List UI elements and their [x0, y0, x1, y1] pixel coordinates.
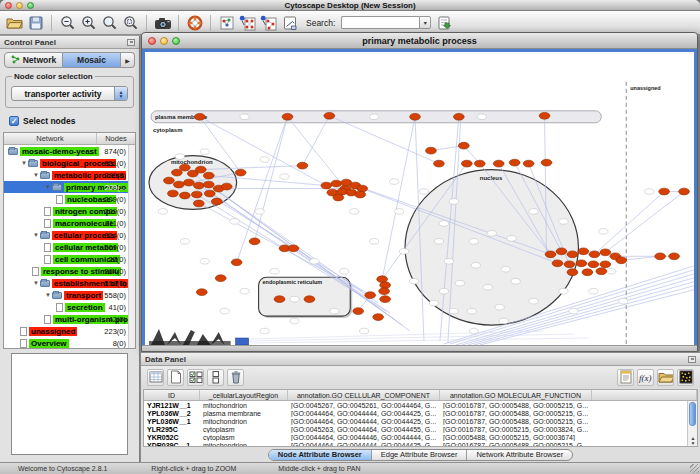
- resize-grip[interactable]: [690, 464, 699, 473]
- table-row-YLR295C[interactable]: YLR295Ccytoplasm[GO:0045263, GO:0044464,…: [144, 425, 697, 433]
- network-canvas[interactable]: plasma membranecytoplasmmitochondrionnuc…: [142, 49, 697, 345]
- tree-row-nucleobase-[interactable]: nucleobase-209(0): [4, 193, 135, 205]
- open-file-icon[interactable]: [5, 13, 24, 32]
- zoom-button[interactable]: [27, 2, 34, 9]
- cell--cellularlayoutregion[interactable]: mitochondrion: [200, 418, 288, 425]
- tab-overflow-arrow[interactable]: ▶: [121, 52, 135, 68]
- blue-node[interactable]: [236, 338, 249, 345]
- select-nodes-checkbox[interactable]: ✓: [9, 116, 19, 126]
- snapshot-icon[interactable]: [153, 13, 172, 32]
- table-scrollbar[interactable]: ▲▼: [687, 401, 697, 446]
- node-color-dropdown[interactable]: transporter activity ▲▼: [11, 86, 128, 101]
- close-button[interactable]: [5, 2, 12, 9]
- save-session-icon[interactable]: [26, 13, 45, 32]
- cell-annotation-go-molecular-function[interactable]: [GO:0016787, GO:0005488, GO:0005215, G..…: [440, 418, 592, 425]
- zoom-selected-icon[interactable]: [121, 13, 140, 32]
- cell-annotation-go-cellular-component[interactable]: [GO:0044464, GO:0044444, GO:0044425, G..…: [288, 410, 440, 417]
- table-row-YJR121W__1[interactable]: YJR121W__1mitochondrion[GO:0045267, GO:0…: [144, 401, 697, 409]
- zoom-in-icon[interactable]: [79, 13, 98, 32]
- minimize-button[interactable]: [16, 2, 23, 9]
- cell--cellularlayoutregion[interactable]: mitochondrion: [200, 442, 288, 447]
- layout-a-icon[interactable]: [238, 13, 257, 32]
- cell-annotation-go-molecular-function[interactable]: [GO:0016787, GO:0005215, GO:0003824, G..…: [440, 426, 592, 433]
- close-button[interactable]: [148, 37, 156, 45]
- table-row-YDR039C__1[interactable]: YDR039C__1mitochondrion[GO:0044464, GO:0…: [144, 441, 697, 446]
- cell-id[interactable]: YKR052C: [144, 434, 200, 441]
- expand-arrow-icon[interactable]: ▼: [44, 292, 52, 298]
- birdseye-view[interactable]: [11, 353, 128, 455]
- table-row-YKR052C[interactable]: YKR052Ccytoplasm[GO:0044464, GO:0044446,…: [144, 433, 697, 441]
- cell-annotation-go-molecular-function[interactable]: [GO:0005488, GO:0005215, GO:0003674]: [440, 434, 592, 441]
- scrollbar-thumb[interactable]: [689, 402, 696, 426]
- tree-row-multi-organism-pro[interactable]: multi-organism pro42(0): [4, 313, 135, 325]
- tree-row-primary-metabo[interactable]: ▼primary metabo209(...: [4, 181, 135, 193]
- layout-b-icon[interactable]: [259, 13, 278, 32]
- cell-id[interactable]: YDR039C__1: [144, 442, 200, 447]
- tree-row-overview[interactable]: Overview8(0): [4, 337, 135, 348]
- import-table-icon[interactable]: [657, 369, 674, 386]
- cell--cellularlayoutregion[interactable]: plasma membrane: [200, 410, 288, 417]
- tree-row-cell-communicat[interactable]: cell communicat22(0): [4, 253, 135, 265]
- zoom-out-icon[interactable]: [58, 13, 77, 32]
- float-panel-icon[interactable]: [127, 39, 135, 46]
- annotation-icon[interactable]: [280, 13, 299, 32]
- overview-icon[interactable]: [217, 13, 236, 32]
- tree-row-macromolecule[interactable]: macromolecule311(0): [4, 217, 135, 229]
- cell-annotation-go-molecular-function[interactable]: [GO:0016787, GO:0005488, GO:0005215, G..…: [440, 442, 592, 447]
- search-dropdown-button[interactable]: ▾: [419, 16, 431, 29]
- cell-id[interactable]: YLR295C: [144, 426, 200, 433]
- function-builder-icon[interactable]: f(x): [637, 369, 654, 386]
- expand-arrow-icon[interactable]: ▼: [32, 232, 40, 238]
- tree-column-nodes[interactable]: Nodes: [97, 133, 135, 144]
- zoom-button[interactable]: [172, 37, 180, 45]
- tree-row-mosaic-demo-yeast[interactable]: mosaic-demo-yeast874(0): [4, 145, 135, 157]
- column-header-0[interactable]: ID: [144, 390, 200, 400]
- unselect-attributes-icon[interactable]: [207, 369, 224, 386]
- tree-row-secretion[interactable]: secretion41(0): [4, 301, 135, 313]
- cell-annotation-go-cellular-component[interactable]: [GO:0045263, GO:0044464, GO:0044455, G..…: [288, 426, 440, 433]
- select-attributes-icon[interactable]: [187, 369, 204, 386]
- cell--cellularlayoutregion[interactable]: mitochondrion: [200, 402, 288, 409]
- help-icon[interactable]: [185, 13, 204, 32]
- column-header-1[interactable]: _cellularLayoutRegion: [200, 390, 288, 400]
- expand-arrow-icon[interactable]: ▼: [20, 160, 28, 166]
- cell-annotation-go-cellular-component[interactable]: [GO:0045267, GO:0045261, GO:0044464, G..…: [288, 402, 440, 409]
- cell-annotation-go-cellular-component[interactable]: [GO:0044464, GO:0044444, GO:0044425, G..…: [288, 418, 440, 425]
- expand-arrow-icon[interactable]: ▼: [32, 172, 40, 178]
- tab-network-attribute-browser[interactable]: Network Attribute Browser: [467, 450, 572, 460]
- tree-row-unassigned[interactable]: unassigned223(0): [4, 325, 135, 337]
- column-header-3[interactable]: annotation.GO MOLECULAR_FUNCTION: [440, 390, 592, 400]
- tree-row-nitrogen-compo[interactable]: nitrogen compo209(0): [4, 205, 135, 217]
- tree-row-biological-process[interactable]: ▼biological_process651(0): [4, 157, 135, 169]
- cell-annotation-go-cellular-component[interactable]: [GO:0044464, GO:0044446, GO:0044444, G..…: [288, 434, 440, 441]
- cell--cellularlayoutregion[interactable]: cytoplasm: [200, 434, 288, 441]
- cell-annotation-go-cellular-component[interactable]: [GO:0044464, GO:0044444, GO:0044425, G..…: [288, 442, 440, 447]
- tab-mosaic[interactable]: Mosaic: [63, 52, 121, 68]
- cell-annotation-go-molecular-function[interactable]: [GO:0016787, GO:0005488, GO:0005215, G..…: [440, 410, 592, 417]
- column-header-2[interactable]: annotation.GO CELLULAR_COMPONENT: [288, 390, 440, 400]
- cell--cellularlayoutregion[interactable]: cytoplasm: [200, 426, 288, 433]
- tree-column-network[interactable]: Network: [4, 133, 97, 144]
- network-window-titlebar[interactable]: primary metabolic process: [142, 33, 697, 49]
- cell-annotation-go-molecular-function[interactable]: [GO:0016787, GO:0005488, GO:0005215, G..…: [440, 402, 592, 409]
- new-attribute-icon[interactable]: [167, 369, 184, 386]
- tree-row-response-to-stimulu[interactable]: response to stimulu264(0): [4, 265, 135, 277]
- tree-row-metabolic-process[interactable]: ▼metabolic process280(0): [4, 169, 135, 181]
- tree-row-cellular-process[interactable]: ▼cellular process614(0): [4, 229, 135, 241]
- float-panel-icon[interactable]: [688, 356, 696, 363]
- tab-node-attribute-browser[interactable]: Node Attribute Browser: [269, 450, 372, 460]
- matrix-icon[interactable]: [677, 369, 694, 386]
- delete-attribute-icon[interactable]: [227, 369, 244, 386]
- search-input[interactable]: [341, 16, 419, 29]
- tab-edge-attribute-browser[interactable]: Edge Attribute Browser: [372, 450, 468, 460]
- scrollbar-arrows-icon[interactable]: ▲▼: [688, 436, 698, 446]
- minimize-button[interactable]: [160, 37, 168, 45]
- import-attributes-icon[interactable]: [434, 13, 453, 32]
- cell-id[interactable]: YPL036W__1: [144, 418, 200, 425]
- table-row-YPL036W__1[interactable]: YPL036W__1mitochondrion[GO:0044464, GO:0…: [144, 417, 697, 425]
- tree-scrollbar[interactable]: [128, 145, 135, 348]
- tree-row-establishment-of-lo[interactable]: ▼establishment of lo558(0): [4, 277, 135, 289]
- attribute-table-icon[interactable]: [147, 369, 164, 386]
- tab-network[interactable]: Network: [4, 52, 63, 68]
- tree-row-cellular-metabol[interactable]: cellular metabol209(0): [4, 241, 135, 253]
